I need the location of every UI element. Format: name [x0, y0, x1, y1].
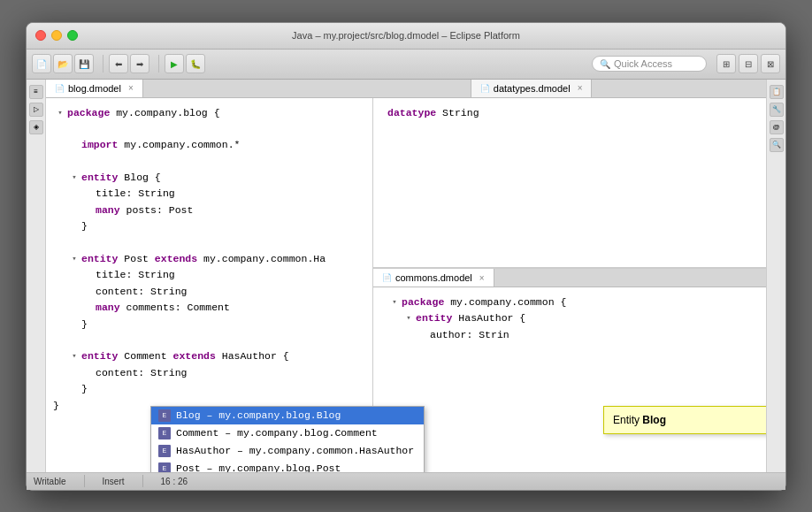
arrow-post: ▾	[67, 253, 81, 265]
toolbar-sep-2	[158, 55, 159, 73]
line-blank-3	[46, 235, 372, 251]
status-position: 16 : 26	[161, 477, 188, 486]
main-area: ≡ ▷ ◈ 📄 blog.dmodel × 📄 datatypes.dmodel…	[27, 80, 785, 472]
run-button[interactable]: ▶	[165, 54, 184, 73]
right-sidebar-btn-4[interactable]: 🔍	[770, 138, 784, 152]
right-sidebar-btn-1[interactable]: 📋	[770, 85, 784, 99]
ac-item-hasauthor[interactable]: E HasAuthor – my.company.common.HasAutho…	[151, 442, 424, 460]
close-button[interactable]	[35, 30, 46, 41]
tab-blog-icon: 📄	[55, 84, 65, 93]
tab-datatypes-close[interactable]: ×	[578, 83, 583, 93]
tab-blog[interactable]: 📄 blog.dmodel ×	[46, 80, 143, 97]
commons-editor[interactable]: ▾ package my.company.common { ▾ entity H…	[373, 287, 766, 472]
ac-icon-post: E	[158, 462, 171, 472]
right-sidebar: 📋 🔧 @ 🔍	[766, 80, 785, 472]
autocomplete-list[interactable]: E Blog – my.company.blog.Blog E Comment …	[150, 406, 425, 472]
ac-icon-comment: E	[158, 427, 171, 439]
search-icon: 🔍	[600, 59, 610, 69]
line-entity-comment: ▾ entity Comment extends HasAuthor {	[46, 348, 372, 364]
titlebar: Java – my.project/src/blog.dmodel – Ecli…	[27, 23, 785, 50]
right-sidebar-btn-3[interactable]: @	[770, 120, 784, 134]
tab-commons-close[interactable]: ×	[479, 273, 485, 283]
arrow-1: ▾	[53, 107, 67, 119]
left-sidebar-btn-3[interactable]: ◈	[29, 120, 43, 134]
line-import: import my.company.common.*	[46, 137, 372, 153]
window-title: Java – my.project/src/blog.dmodel – Ecli…	[292, 30, 520, 41]
commons-line-author: author: Strin	[380, 327, 759, 343]
status-bar: Writable Insert 16 : 26	[27, 472, 785, 490]
status-writable: Writable	[34, 477, 66, 486]
right-sidebar-btn-2[interactable]: 🔧	[770, 103, 784, 117]
line-1: ▾ package my.company.blog {	[46, 105, 372, 121]
line-comment-content: content: String	[46, 365, 372, 381]
line-blog-close: }	[46, 218, 372, 234]
status-sep-1	[84, 475, 85, 487]
entity-tooltip-prefix: Entity	[613, 414, 642, 426]
save-button[interactable]: 💾	[74, 54, 94, 73]
line-blank-1	[46, 121, 372, 137]
line-blog-title: title: String	[46, 186, 372, 202]
left-sidebar-btn-2[interactable]: ▷	[29, 103, 43, 117]
ac-icon-hasauthor: E	[158, 445, 171, 457]
commons-line-package: ▾ package my.company.common {	[380, 294, 759, 310]
file-toolbar-group: 📄 📂 💾	[32, 54, 94, 73]
editor-tabs-row: 📄 blog.dmodel × 📄 datatypes.dmodel ×	[46, 80, 766, 98]
arrow-blog: ▾	[67, 172, 81, 184]
edit-toolbar-group: ⬅ ➡	[109, 54, 149, 73]
new-button[interactable]: 📄	[32, 54, 51, 73]
left-sidebar-btn-1[interactable]: ≡	[29, 85, 43, 99]
entity-tooltip-name: Blog	[642, 414, 666, 426]
line-entity-post: ▾ entity Post extends my.company.common.…	[46, 251, 372, 267]
ac-label-hasauthor: HasAuthor – my.company.common.HasAuthor	[176, 445, 414, 456]
run-toolbar-group: ▶ 🐛	[165, 54, 205, 73]
perspective-btn-1[interactable]: ⊞	[716, 54, 736, 73]
debug-button[interactable]: 🐛	[186, 54, 205, 73]
line-blank-4	[46, 332, 372, 348]
line-blog-posts: many posts: Post	[46, 203, 372, 218]
arrow-hasauthor: ▾	[402, 312, 416, 325]
back-button[interactable]: ⬅	[109, 54, 128, 73]
arrow-commons: ▾	[387, 296, 402, 309]
commons-tab-row: 📄 commons.dmodel ×	[373, 269, 766, 287]
ac-label-blog: Blog – my.company.blog.Blog	[176, 409, 341, 421]
arrow-comment: ▾	[67, 350, 81, 363]
tab-datatypes[interactable]: 📄 datatypes.dmodel ×	[471, 80, 593, 97]
line-post-title: title: String	[46, 267, 372, 283]
forward-button[interactable]: ➡	[130, 54, 149, 73]
tab-datatypes-label: datatypes.dmodel	[494, 83, 571, 94]
tab-datatypes-icon: 📄	[480, 84, 490, 93]
toolbar: 📄 📂 💾 ⬅ ➡ ▶ 🐛 🔍 Quick Access ⊞ ⊟ ⊠	[27, 50, 785, 80]
tab-commons-label: commons.dmodel	[395, 272, 472, 283]
maximize-button[interactable]	[67, 30, 78, 41]
tab-blog-label: blog.dmodel	[68, 83, 121, 94]
perspective-btn-2[interactable]: ⊟	[739, 54, 758, 73]
editors-container: ▾ package my.company.blog { import my.co…	[46, 98, 766, 472]
datatypes-line-1: datatype String	[380, 105, 759, 121]
quick-access-bar[interactable]: 🔍 Quick Access	[592, 56, 707, 72]
datatypes-editor[interactable]: datatype String	[373, 98, 766, 269]
line-post-content: content: String	[46, 284, 372, 300]
ac-item-comment[interactable]: E Comment – my.company.blog.Comment	[151, 424, 424, 442]
autocomplete-overlay: E Blog – my.company.blog.Blog E Comment …	[150, 406, 425, 472]
entity-tooltip: Entity Blog	[603, 406, 766, 434]
line-blank-2	[46, 154, 372, 170]
quick-access-label: Quick Access	[614, 58, 672, 69]
tab-commons-icon: 📄	[382, 273, 392, 282]
tab-commons[interactable]: 📄 commons.dmodel ×	[373, 269, 494, 287]
line-comment-close: }	[46, 381, 372, 397]
left-sidebar: ≡ ▷ ◈	[27, 80, 46, 472]
minimize-button[interactable]	[51, 30, 62, 41]
status-sep-2	[142, 475, 143, 487]
ac-label-comment: Comment – my.company.blog.Comment	[176, 427, 378, 439]
ac-label-post: Post – my.company.blog.Post	[176, 462, 341, 472]
perspective-btn-3[interactable]: ⊠	[761, 54, 780, 73]
line-post-close: }	[46, 317, 372, 332]
ac-item-post[interactable]: E Post – my.company.blog.Post	[151, 460, 424, 472]
ac-item-blog[interactable]: E Blog – my.company.blog.Blog	[151, 407, 424, 424]
open-button[interactable]: 📂	[53, 54, 73, 73]
ac-icon-blog: E	[158, 409, 171, 422]
tab-blog-close[interactable]: ×	[128, 83, 134, 93]
status-insert: Insert	[103, 477, 125, 486]
toolbar-sep-1	[103, 55, 103, 73]
datatypes-pane: datatype String	[373, 98, 766, 270]
